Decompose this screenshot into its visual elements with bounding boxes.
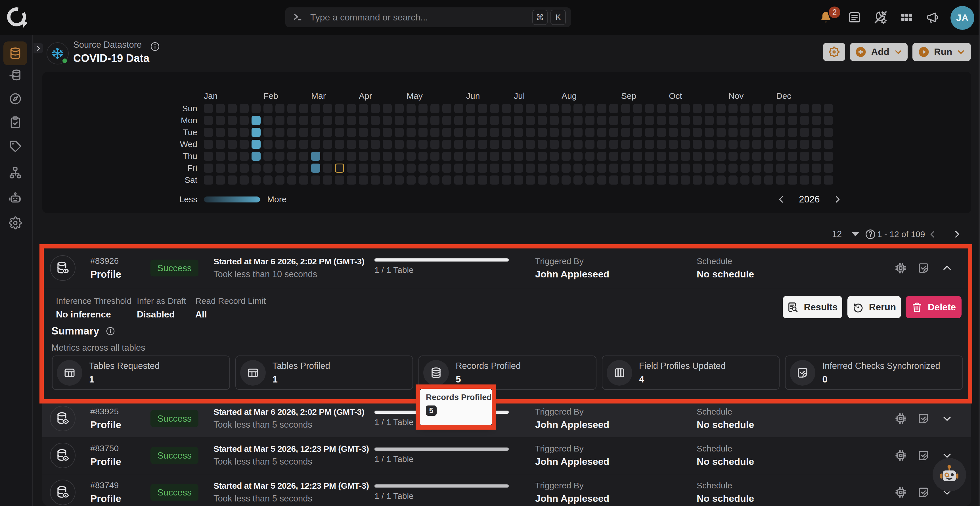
heatmap-cell[interactable] xyxy=(407,116,415,125)
heatmap-cell[interactable] xyxy=(371,140,380,149)
heatmap-cell[interactable] xyxy=(812,104,821,113)
heatmap-cell[interactable] xyxy=(430,140,439,149)
heatmap-cell[interactable] xyxy=(657,164,666,173)
metric-card[interactable]: Inferred Checks Synchronized 0 xyxy=(785,355,963,390)
heatmap-cell[interactable] xyxy=(347,175,356,185)
heatmap-cell[interactable] xyxy=(824,152,833,161)
heatmap-cell[interactable] xyxy=(395,175,404,185)
heatmap-cell[interactable] xyxy=(359,116,368,125)
heatmap-cell[interactable] xyxy=(693,164,702,173)
heatmap-cell[interactable] xyxy=(621,152,630,161)
heatmap-cell[interactable] xyxy=(526,128,535,137)
heatmap-cell[interactable] xyxy=(824,116,833,125)
heatmap-cell[interactable] xyxy=(669,175,678,185)
heatmap-cell[interactable] xyxy=(514,116,523,125)
heatmap-cell[interactable] xyxy=(693,175,702,185)
metric-card[interactable]: Tables Profiled 1 xyxy=(235,355,414,390)
heatmap-cell[interactable] xyxy=(240,116,249,125)
heatmap-cell[interactable] xyxy=(371,152,380,161)
heatmap-cell[interactable] xyxy=(705,104,714,113)
heatmap-cell[interactable] xyxy=(562,116,571,125)
heatmap-cell[interactable] xyxy=(824,128,833,137)
heatmap-cell[interactable] xyxy=(323,140,332,149)
datastore-settings-button[interactable] xyxy=(823,43,845,61)
heatmap-cell[interactable] xyxy=(526,104,535,113)
heatmap-cell[interactable] xyxy=(729,164,738,173)
heatmap-cell[interactable] xyxy=(669,164,678,173)
heatmap-cell[interactable] xyxy=(287,164,296,173)
heatmap-cell[interactable] xyxy=(275,140,285,149)
heatmap-cell[interactable] xyxy=(466,175,475,185)
operation-checks-icon[interactable] xyxy=(918,262,929,274)
heatmap-cell[interactable] xyxy=(311,140,320,149)
heatmap-cell[interactable] xyxy=(538,128,547,137)
heatmap-cell[interactable] xyxy=(323,175,332,185)
heatmap-cell[interactable] xyxy=(705,128,714,137)
heatmap-cell[interactable] xyxy=(752,104,761,113)
heatmap-cell[interactable] xyxy=(550,164,559,173)
heatmap-cell[interactable] xyxy=(597,140,606,149)
heatmap-cell[interactable] xyxy=(407,175,415,185)
heatmap-cell[interactable] xyxy=(693,128,702,137)
heatmap-cell[interactable] xyxy=(538,152,547,161)
heatmap-cell[interactable] xyxy=(204,164,213,173)
heatmap-cell[interactable] xyxy=(562,164,571,173)
heatmap-cell[interactable] xyxy=(740,164,749,173)
year-prev-button[interactable] xyxy=(776,194,786,204)
heatmap-cell[interactable] xyxy=(716,104,725,113)
heatmap-cell[interactable] xyxy=(538,140,547,149)
heatmap-cell[interactable] xyxy=(538,164,547,173)
heatmap-cell[interactable] xyxy=(251,175,261,185)
heatmap-cell-active[interactable] xyxy=(251,140,261,149)
heatmap-cell[interactable] xyxy=(442,116,452,125)
heatmap-cell[interactable] xyxy=(490,164,499,173)
heatmap-cell[interactable] xyxy=(502,152,511,161)
heatmap-cell[interactable] xyxy=(216,175,225,185)
heatmap-cell[interactable] xyxy=(764,164,773,173)
operation-row[interactable]: #83925 Profile Success Started at Mar 6 … xyxy=(42,400,971,437)
operation-chip-icon[interactable] xyxy=(895,412,907,425)
heatmap-cell[interactable] xyxy=(716,175,725,185)
heatmap-cell[interactable] xyxy=(442,175,452,185)
heatmap-cell[interactable] xyxy=(466,152,475,161)
heatmap-cell[interactable] xyxy=(418,116,428,125)
heatmap-cell[interactable] xyxy=(550,128,559,137)
heatmap-cell[interactable] xyxy=(645,116,654,125)
operation-row-header[interactable]: #83925 Profile Success Started at Mar 6 … xyxy=(42,400,971,437)
heatmap-cell[interactable] xyxy=(442,128,452,137)
heatmap-cell[interactable] xyxy=(502,164,511,173)
heatmap-cell[interactable] xyxy=(716,140,725,149)
heatmap-cell[interactable] xyxy=(550,152,559,161)
heatmap-cell[interactable] xyxy=(645,164,654,173)
heatmap-cell[interactable] xyxy=(621,140,630,149)
heatmap-cell[interactable] xyxy=(550,104,559,113)
heatmap-cell[interactable] xyxy=(800,128,809,137)
operation-chip-icon[interactable] xyxy=(895,449,907,461)
heatmap-cell[interactable] xyxy=(466,128,475,137)
qualytics-logo-icon[interactable] xyxy=(6,6,29,29)
year-next-button[interactable] xyxy=(833,194,842,204)
heatmap-cell[interactable] xyxy=(442,164,452,173)
heatmap-cell[interactable] xyxy=(359,175,368,185)
heatmap-cell[interactable] xyxy=(740,116,749,125)
heatmap-cell[interactable] xyxy=(275,128,285,137)
heatmap-cell[interactable] xyxy=(716,116,725,125)
heatmap-cell[interactable] xyxy=(573,104,582,113)
heatmap-cell[interactable] xyxy=(752,164,761,173)
sidebar-item-explore[interactable] xyxy=(3,87,27,111)
heatmap-cell[interactable] xyxy=(287,175,296,185)
heatmap-cell[interactable] xyxy=(490,140,499,149)
command-search-input[interactable]: Type a command or search... ⌘ K xyxy=(285,7,571,27)
heatmap-cell[interactable] xyxy=(526,152,535,161)
heatmap-cell[interactable] xyxy=(740,140,749,149)
heatmap-cell[interactable] xyxy=(621,164,630,173)
operation-row[interactable]: #83749 Profile Success Started at Mar 5 … xyxy=(42,474,971,506)
rerun-button[interactable]: Rerun xyxy=(848,296,901,318)
heatmap-cell[interactable] xyxy=(311,175,320,185)
heatmap-cell[interactable] xyxy=(335,104,344,113)
heatmap-cell[interactable] xyxy=(418,140,428,149)
heatmap-cell[interactable] xyxy=(395,128,404,137)
heatmap-cell[interactable] xyxy=(466,164,475,173)
page-size-select[interactable]: 12 xyxy=(832,229,842,239)
heatmap-cell[interactable] xyxy=(359,104,368,113)
